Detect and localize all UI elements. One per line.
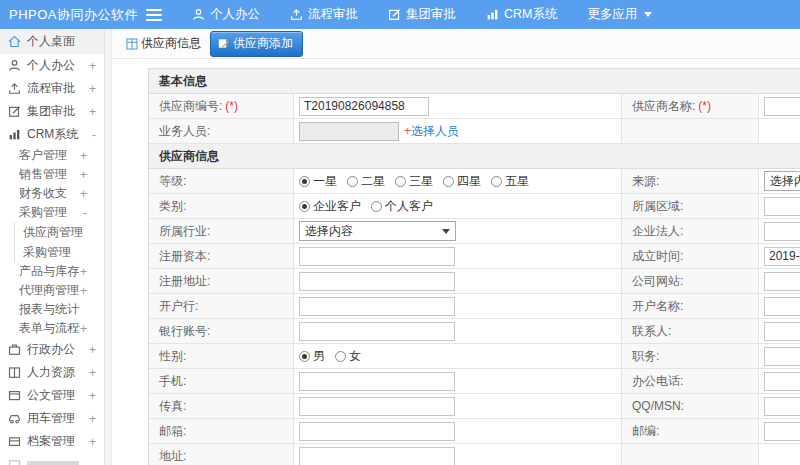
- business-staff-input[interactable]: [299, 122, 399, 141]
- section-header-supplier: 供应商信息: [149, 144, 800, 169]
- radio-icon: [335, 351, 346, 362]
- expand-icon[interactable]: +: [80, 322, 104, 336]
- radio-option[interactable]: 个人客户: [371, 198, 433, 215]
- sidebar-item-document-mgmt[interactable]: 公文管理 +: [0, 384, 104, 407]
- menu-toggle-icon[interactable]: [146, 9, 162, 21]
- sidebar-item-hr[interactable]: 人力资源 +: [0, 361, 104, 384]
- sidebar-item-partial[interactable]: [0, 453, 104, 465]
- sidebar-item-reports[interactable]: 报表与统计: [0, 300, 104, 319]
- zip-input[interactable]: [764, 422, 800, 441]
- person-icon: [192, 8, 205, 21]
- website-input[interactable]: [764, 272, 800, 291]
- chart-icon: [486, 8, 499, 21]
- sidebar-item-archive-mgmt[interactable]: 档案管理 +: [0, 430, 104, 453]
- content-area: 供应商信息 供应商添加 基本信息 供应商编号:(*) 供应商名称:: [105, 29, 800, 465]
- bank-account-input[interactable]: [299, 322, 455, 341]
- expand-icon[interactable]: +: [89, 105, 104, 119]
- sidebar-item-form-flow-settings[interactable]: 表单与流程设置 +: [0, 319, 104, 338]
- book-icon: [8, 366, 21, 379]
- legal-person-input[interactable]: [764, 222, 800, 241]
- archive-icon: [8, 435, 21, 448]
- required-mark: (*): [698, 99, 711, 113]
- radio-option[interactable]: 四星: [443, 173, 481, 190]
- sidebar-item-admin-office[interactable]: 行政办公 +: [0, 338, 104, 361]
- sidebar-item-purchasing[interactable]: 采购管理: [15, 242, 104, 262]
- field-label: 职务:: [621, 344, 759, 368]
- sidebar-item-purchase-mgmt[interactable]: 采购管理 -: [0, 203, 104, 222]
- expand-icon[interactable]: +: [80, 265, 104, 279]
- expand-icon[interactable]: +: [80, 284, 104, 298]
- mobile-input[interactable]: [299, 372, 455, 391]
- topnav-personal-office[interactable]: 个人办公: [192, 6, 260, 23]
- expand-icon[interactable]: +: [80, 187, 104, 201]
- tab-supplier-add[interactable]: 供应商添加: [210, 31, 303, 57]
- radio-option[interactable]: 二星: [347, 173, 385, 190]
- form-row: 业务人员: +选择人员: [149, 119, 800, 144]
- form-row: 注册资本: 成立时间:: [149, 244, 800, 269]
- expand-icon[interactable]: +: [89, 343, 104, 357]
- radio-selected-icon: [299, 351, 310, 362]
- field-label: 联系人:: [621, 319, 759, 343]
- account-name-input[interactable]: [764, 297, 800, 316]
- sidebar-item-finance[interactable]: 财务收支 +: [0, 184, 104, 203]
- registered-capital-input[interactable]: [299, 247, 455, 266]
- region-input[interactable]: [764, 197, 800, 216]
- expand-icon[interactable]: +: [89, 59, 104, 73]
- upload-icon: [8, 82, 21, 95]
- email-input[interactable]: [299, 422, 455, 441]
- radio-option[interactable]: 企业客户: [299, 198, 361, 215]
- topnav-workflow-approval[interactable]: 流程审批: [290, 6, 358, 23]
- supplier-code-input[interactable]: [299, 97, 429, 116]
- position-input[interactable]: [764, 347, 800, 366]
- sidebar: 个人桌面 个人办公 + 流程审批 + 集团审批 +: [0, 29, 105, 465]
- qq-msn-input[interactable]: [764, 397, 800, 416]
- home-icon: [8, 35, 21, 48]
- topnav-group-approval[interactable]: 集团审批: [388, 6, 456, 23]
- expand-icon[interactable]: +: [80, 168, 104, 182]
- caret-down-icon: [644, 12, 652, 17]
- expand-icon[interactable]: +: [89, 82, 104, 96]
- section-header-basic: 基本信息: [149, 69, 800, 94]
- expand-icon[interactable]: +: [89, 412, 104, 426]
- office-phone-input[interactable]: [764, 372, 800, 391]
- radio-icon: [371, 201, 382, 212]
- sidebar-item-personal-office[interactable]: 个人办公 +: [0, 54, 104, 77]
- source-select[interactable]: 选择内容: [764, 171, 800, 191]
- collapse-icon[interactable]: -: [92, 128, 104, 142]
- sidebar-item-crm[interactable]: CRM系统 -: [0, 123, 104, 146]
- sidebar-item-vehicle-mgmt[interactable]: 用车管理 +: [0, 407, 104, 430]
- supplier-name-input[interactable]: [764, 97, 800, 116]
- expand-icon[interactable]: +: [89, 389, 104, 403]
- sidebar-item-sales-mgmt[interactable]: 销售管理 +: [0, 165, 104, 184]
- bank-input[interactable]: [299, 297, 455, 316]
- radio-option[interactable]: 三星: [395, 173, 433, 190]
- radio-icon: [443, 176, 454, 187]
- radio-option[interactable]: 五星: [491, 173, 529, 190]
- radio-option[interactable]: 一星: [299, 173, 337, 190]
- sidebar-item-personal-desktop[interactable]: 个人桌面: [0, 29, 104, 54]
- sidebar-item-customer-mgmt[interactable]: 客户管理 +: [0, 146, 104, 165]
- expand-icon[interactable]: +: [89, 435, 104, 449]
- sidebar-item-agent-mgmt[interactable]: 代理商管理 +: [0, 281, 104, 300]
- sidebar-item-product-inventory[interactable]: 产品与库存 +: [0, 262, 104, 281]
- expand-icon[interactable]: +: [80, 149, 104, 163]
- contact-input[interactable]: [764, 322, 800, 341]
- radio-option[interactable]: 男: [299, 348, 325, 365]
- sidebar-item-workflow-approval[interactable]: 流程审批 +: [0, 77, 104, 100]
- collapse-icon[interactable]: -: [83, 206, 104, 220]
- topnav-more-apps[interactable]: 更多应用: [587, 6, 652, 23]
- expand-icon[interactable]: +: [89, 366, 104, 380]
- tab-supplier-info[interactable]: 供应商信息: [126, 35, 201, 52]
- sidebar-item-group-approval[interactable]: 集团审批 +: [0, 100, 104, 123]
- fax-input[interactable]: [299, 397, 455, 416]
- radio-option[interactable]: 女: [335, 348, 361, 365]
- registered-address-input[interactable]: [299, 272, 455, 291]
- select-staff-link[interactable]: +选择人员: [404, 123, 459, 140]
- sidebar-item-supplier-mgmt[interactable]: 供应商管理: [15, 222, 104, 242]
- field-label: [621, 444, 759, 465]
- form-row: 手机: 办公电话:: [149, 369, 800, 394]
- topnav-crm[interactable]: CRM系统: [486, 6, 557, 23]
- address-input[interactable]: [299, 447, 455, 465]
- industry-select[interactable]: 选择内容: [299, 221, 456, 241]
- founded-date-input[interactable]: [764, 247, 800, 266]
